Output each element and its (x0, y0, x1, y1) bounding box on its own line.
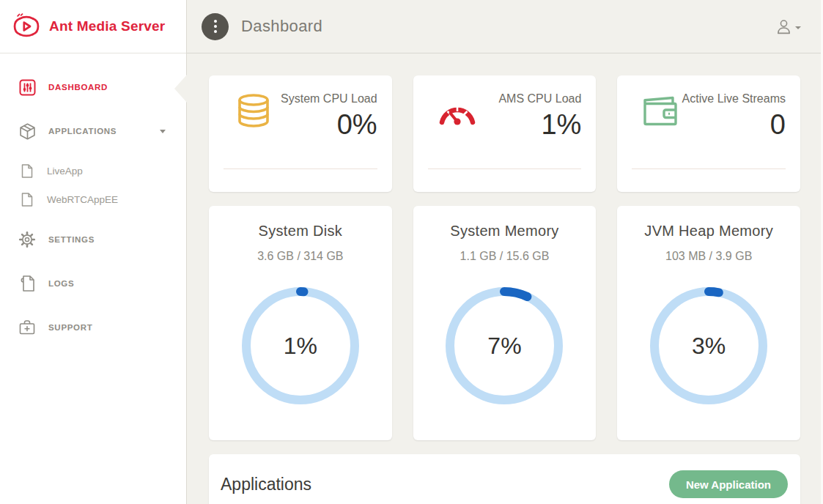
sidebar-item-label: SETTINGS (48, 235, 95, 244)
jvm-heap-memory-card: JVM Heap Memory 103 MB / 3.9 GB 3% (617, 206, 800, 440)
brand-logo[interactable]: Ant Media Server (0, 0, 186, 53)
main-area: Dashboard System (187, 0, 823, 504)
gauge-value: 7% (444, 286, 564, 406)
sidebar-item-label: DASHBOARD (48, 83, 108, 92)
sidebar-nav: DASHBOARD APPLICATIONS (0, 53, 186, 342)
stat-label: System CPU Load (281, 91, 377, 107)
system-memory-card: System Memory 1.1 GB / 15.6 GB 7% (413, 206, 597, 440)
user-menu[interactable] (775, 18, 801, 35)
system-disk-card: System Disk 3.6 GB / 314 GB 1% (209, 206, 392, 440)
sidebar-item-logs[interactable]: LOGS (0, 269, 186, 298)
logs-icon (18, 274, 37, 293)
sidebar-item-label: WebRTCAppEE (47, 194, 118, 205)
file-icon (21, 193, 34, 207)
divider (632, 168, 786, 169)
stat-value: 1% (498, 109, 581, 141)
wallet-icon (641, 96, 679, 130)
sidebar-item-liveapp[interactable]: LiveApp (0, 157, 186, 185)
gauge-subtitle: 3.6 GB / 314 GB (209, 250, 392, 263)
donut-gauge: 1% (240, 286, 361, 406)
sidebar-item-applications[interactable]: APPLICATIONS (0, 116, 186, 146)
sidebar-item-label: LiveApp (47, 166, 83, 177)
gauge-value: 1% (240, 286, 361, 406)
donut-gauge: 7% (444, 286, 564, 406)
gauge-title: System Memory (413, 223, 597, 240)
file-icon (21, 164, 34, 179)
chevron-down-icon (795, 26, 801, 29)
package-icon (18, 122, 37, 141)
system-cpu-load-card: System CPU Load 0% (209, 75, 392, 192)
sidebar-item-dashboard[interactable]: DASHBOARD (0, 73, 186, 102)
support-icon (18, 318, 37, 337)
sidebar-item-label: LOGS (48, 279, 74, 288)
sidebar: Ant Media Server DASHBOARD (0, 0, 187, 504)
brand-name: Ant Media Server (49, 18, 165, 34)
menu-dots-button[interactable] (202, 13, 229, 40)
sliders-icon (18, 78, 37, 97)
stat-value: 0 (682, 109, 786, 141)
gauge-subtitle: 103 MB / 3.9 GB (617, 250, 800, 263)
applications-section: Applications New Application (209, 454, 800, 504)
dashboard-content: System CPU Load 0% (187, 53, 823, 504)
dot-icon (214, 20, 217, 23)
active-item-notch (174, 75, 187, 103)
ant-media-logo-icon (11, 12, 42, 40)
person-icon (775, 18, 792, 35)
chevron-down-icon (160, 130, 166, 133)
donut-gauge: 3% (649, 286, 769, 406)
dot-icon (214, 30, 217, 33)
sidebar-item-label: APPLICATIONS (48, 127, 117, 136)
gauge-subtitle: 1.1 GB / 15.6 GB (413, 250, 597, 263)
gauge-value: 3% (649, 286, 769, 406)
gauge-title: System Disk (209, 223, 392, 240)
top-bar: Dashboard (187, 0, 823, 53)
sidebar-item-label: SUPPORT (48, 323, 93, 332)
ams-cpu-load-card: AMS CPU Load 1% (413, 75, 597, 192)
stat-label: Active Live Streams (682, 91, 786, 107)
gear-icon (18, 230, 37, 249)
sidebar-item-support[interactable]: SUPPORT (0, 313, 186, 342)
stat-label: AMS CPU Load (498, 91, 581, 107)
dot-icon (214, 25, 217, 28)
applications-title: Applications (221, 475, 311, 494)
divider (224, 168, 377, 169)
sidebar-item-webrtcappee[interactable]: WebRTCAppEE (0, 185, 186, 214)
sidebar-item-settings[interactable]: SETTINGS (0, 225, 186, 254)
page-title: Dashboard (241, 17, 322, 36)
database-icon (233, 93, 274, 133)
speedometer-icon (438, 97, 477, 130)
divider (428, 168, 582, 169)
active-live-streams-card: Active Live Streams 0 (617, 75, 800, 192)
stat-value: 0% (281, 109, 377, 141)
new-application-button[interactable]: New Application (669, 470, 788, 498)
gauge-title: JVM Heap Memory (617, 223, 800, 240)
